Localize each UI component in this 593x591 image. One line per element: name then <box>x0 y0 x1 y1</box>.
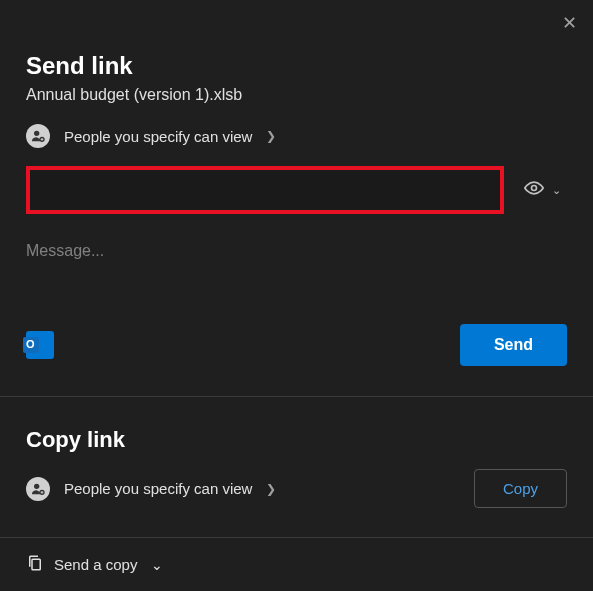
close-button[interactable]: ✕ <box>558 8 581 38</box>
svg-point-0 <box>34 131 39 136</box>
svg-point-2 <box>532 186 537 191</box>
send-a-copy-button[interactable]: Send a copy ⌄ <box>26 554 163 575</box>
send-a-copy-label: Send a copy <box>54 556 137 573</box>
copy-link-title: Copy link <box>26 427 567 453</box>
chevron-right-icon: ❯ <box>266 482 276 496</box>
recipients-input[interactable] <box>26 166 504 214</box>
send-button[interactable]: Send <box>460 324 567 366</box>
chevron-down-icon: ⌄ <box>552 184 561 197</box>
person-add-icon <box>26 124 50 148</box>
svg-point-3 <box>34 483 39 488</box>
send-link-title: Send link <box>26 52 567 80</box>
send-permission-selector[interactable]: People you specify can view ❯ <box>26 124 567 148</box>
section-divider <box>0 396 593 397</box>
svg-rect-5 <box>32 559 40 570</box>
message-input[interactable] <box>26 242 567 260</box>
chevron-right-icon: ❯ <box>266 129 276 143</box>
copy-file-icon <box>26 554 44 575</box>
eye-icon <box>524 178 544 202</box>
copy-button[interactable]: Copy <box>474 469 567 508</box>
chevron-down-icon: ⌄ <box>151 557 163 573</box>
send-permission-label: People you specify can view <box>64 128 252 145</box>
person-add-icon <box>26 477 50 501</box>
outlook-icon: O <box>26 331 54 359</box>
close-icon: ✕ <box>562 13 577 33</box>
visibility-dropdown[interactable]: ⌄ <box>518 172 567 208</box>
copy-permission-selector[interactable]: People you specify can view ❯ <box>26 477 276 501</box>
filename-label: Annual budget (version 1).xlsb <box>26 86 567 104</box>
recipients-input-highlight <box>26 166 504 214</box>
footer-bar: Send a copy ⌄ <box>0 537 593 591</box>
copy-permission-label: People you specify can view <box>64 480 252 497</box>
